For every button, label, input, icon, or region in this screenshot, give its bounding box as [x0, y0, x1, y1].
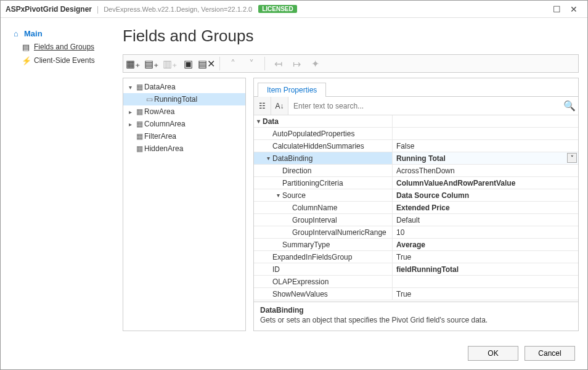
- property-name-cell[interactable]: ShowNewValues: [254, 288, 393, 300]
- property-name-cell[interactable]: ExpandedInFieldsGroup: [254, 251, 393, 263]
- property-value: AcrossThenDown: [396, 166, 455, 175]
- area-icon: ▦: [134, 132, 144, 141]
- wizard-button: ✦: [307, 56, 323, 71]
- property-row[interactable]: DirectionAcrossThenDown: [254, 165, 578, 177]
- property-name-cell[interactable]: SummaryType: [254, 239, 393, 250]
- property-value-cell[interactable]: Default: [393, 214, 578, 226]
- property-value-cell[interactable]: fieldRunningTotal: [393, 263, 578, 275]
- property-value-cell[interactable]: True: [393, 251, 578, 263]
- toolbar-separator: [264, 57, 265, 70]
- property-name-cell[interactable]: AutoPopulatedProperties: [254, 128, 393, 139]
- property-value-cell[interactable]: True: [393, 288, 578, 300]
- ok-button[interactable]: OK: [468, 346, 518, 361]
- tab-item-properties[interactable]: Item Properties: [258, 83, 326, 97]
- property-name-cell[interactable]: ▾DataBinding: [254, 152, 393, 164]
- property-name-cell[interactable]: GroupInterval: [254, 214, 393, 226]
- add-field-button[interactable]: ▦₊: [125, 56, 141, 71]
- property-row[interactable]: ▾SourceData Source Column: [254, 189, 578, 202]
- property-value: 10: [396, 228, 404, 237]
- property-name-cell[interactable]: CalculateHiddenSummaries: [254, 140, 393, 152]
- property-value-cell[interactable]: False: [393, 140, 578, 152]
- property-name-cell[interactable]: ▾Data: [254, 115, 393, 127]
- titlebar-separator: |: [97, 5, 99, 14]
- close-button[interactable]: ✕: [565, 4, 582, 14]
- property-name: CalculateHiddenSummaries: [272, 142, 364, 150]
- property-value: False: [396, 142, 414, 150]
- property-name-cell[interactable]: ▾Source: [254, 189, 393, 201]
- designer-window: ASPxPivotGrid Designer | DevExpress.Web.…: [0, 0, 588, 370]
- property-name: ID: [272, 265, 280, 274]
- property-row[interactable]: GroupIntervalDefault: [254, 214, 578, 226]
- edit-button[interactable]: ▣: [180, 56, 196, 71]
- property-row[interactable]: AutoPopulatedProperties: [254, 128, 578, 140]
- toolbar-separator: [219, 57, 220, 70]
- titlebar: ASPxPivotGrid Designer | DevExpress.Web.…: [1, 1, 587, 18]
- sidebar-item-client-side-events[interactable]: ⚡ Client-Side Events: [9, 54, 114, 67]
- property-value: True: [396, 290, 411, 298]
- property-row[interactable]: OLAPExpression: [254, 276, 578, 288]
- tree-node[interactable]: ▸▦RowArea: [123, 105, 245, 118]
- property-name-cell[interactable]: Direction: [254, 165, 393, 176]
- property-value-cell[interactable]: AcrossThenDown: [393, 165, 578, 176]
- tree-node-label: RunningTotal: [154, 95, 197, 104]
- area-icon: ▦: [134, 120, 144, 128]
- property-name: Data: [263, 117, 279, 126]
- property-value-cell[interactable]: [393, 276, 578, 287]
- property-row[interactable]: IDfieldRunningTotal: [254, 263, 578, 276]
- tree-node[interactable]: ▾▦DataArea: [123, 81, 245, 93]
- tree-node-label: FilterArea: [144, 132, 176, 141]
- field-tree[interactable]: ▾▦DataArea▭RunningTotal▸▦RowArea▸▦Column…: [123, 78, 246, 331]
- app-title: ASPxPivotGrid Designer: [6, 5, 92, 14]
- property-row[interactable]: CalculateHiddenSummariesFalse: [254, 140, 578, 152]
- property-description-title: DataBinding: [260, 306, 572, 314]
- tree-node-label: ColumnArea: [144, 120, 186, 128]
- tree-node[interactable]: ▦HiddenArea: [123, 142, 245, 155]
- sidebar-main[interactable]: ⌂ Main: [9, 27, 114, 40]
- property-row[interactable]: ShowNewValuesTrue: [254, 288, 578, 300]
- property-value-cell[interactable]: Data Source Column: [393, 189, 578, 201]
- property-name-cell[interactable]: PartitioningCriteria: [254, 177, 393, 189]
- property-row[interactable]: SummaryTypeAverage: [254, 239, 578, 251]
- delete-button[interactable]: ▤✕: [198, 56, 214, 71]
- property-grid[interactable]: ▾DataAutoPopulatedPropertiesCalculateHid…: [254, 115, 578, 302]
- property-value-cell[interactable]: Average: [393, 239, 578, 250]
- property-value-cell[interactable]: 10: [393, 226, 578, 238]
- property-row[interactable]: ExpandedInFieldsGroupTrue: [254, 251, 578, 263]
- property-name-cell[interactable]: GroupIntervalNumericRange: [254, 226, 393, 238]
- property-value-cell[interactable]: Extended Price: [393, 202, 578, 213]
- tree-node[interactable]: ▸▦ColumnArea: [123, 118, 245, 130]
- tree-node[interactable]: ▭RunningTotal: [123, 93, 245, 105]
- property-search-input[interactable]: [288, 102, 561, 110]
- property-category-row[interactable]: ▾Data: [254, 115, 578, 128]
- tree-node-label: HiddenArea: [144, 144, 183, 153]
- property-value: True: [396, 253, 411, 261]
- tree-node[interactable]: ▦FilterArea: [123, 130, 245, 142]
- property-value-cell[interactable]: [393, 115, 578, 127]
- add-group-button[interactable]: ▤₊: [143, 56, 159, 71]
- sidebar-item-fields-and-groups[interactable]: ▤ Fields and Groups: [9, 40, 114, 54]
- sidebar-item-label: Client-Side Events: [34, 56, 95, 65]
- property-name-cell[interactable]: ID: [254, 263, 393, 275]
- property-expander-icon[interactable]: ▾: [274, 192, 282, 199]
- tree-expander-icon[interactable]: ▾: [126, 84, 134, 91]
- property-name-cell[interactable]: ColumnName: [254, 202, 393, 213]
- tree-expander-icon[interactable]: ▸: [126, 121, 134, 128]
- categorized-button[interactable]: ☷: [254, 97, 271, 115]
- property-dropdown-button[interactable]: ˅: [567, 153, 577, 163]
- property-name-cell[interactable]: OLAPExpression: [254, 276, 393, 287]
- property-row[interactable]: GroupIntervalNumericRange10: [254, 226, 578, 239]
- property-value-cell[interactable]: ColumnValueAndRowParentValue: [393, 177, 578, 189]
- property-name: ExpandedInFieldsGroup: [272, 253, 352, 261]
- property-row[interactable]: PartitioningCriteriaColumnValueAndRowPar…: [254, 177, 578, 189]
- cancel-button[interactable]: Cancel: [525, 346, 575, 361]
- property-row[interactable]: ColumnNameExtended Price: [254, 202, 578, 214]
- maximize-button[interactable]: ☐: [548, 4, 565, 14]
- search-icon[interactable]: 🔍: [561, 100, 578, 112]
- property-expander-icon[interactable]: ▾: [254, 118, 263, 125]
- property-value-cell[interactable]: Running Total˅: [393, 152, 578, 164]
- property-expander-icon[interactable]: ▾: [264, 155, 272, 162]
- property-row[interactable]: ▾DataBindingRunning Total˅: [254, 152, 578, 165]
- alphabetical-button[interactable]: A↓: [271, 97, 288, 115]
- tree-expander-icon[interactable]: ▸: [126, 109, 134, 115]
- property-value-cell[interactable]: [393, 128, 578, 139]
